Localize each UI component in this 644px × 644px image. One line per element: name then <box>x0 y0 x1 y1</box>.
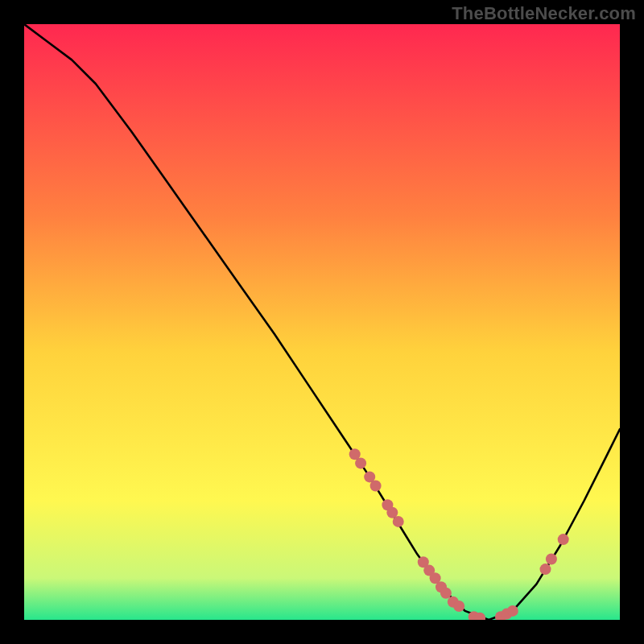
marker-point <box>453 601 464 612</box>
gradient-background <box>24 24 620 620</box>
marker-point <box>393 516 404 527</box>
plot-area <box>24 24 620 620</box>
marker-point <box>546 554 557 565</box>
bottleneck-chart <box>24 24 620 620</box>
marker-point <box>507 605 518 617</box>
marker-point <box>440 588 452 599</box>
marker-point <box>540 564 551 575</box>
marker-point <box>370 481 382 492</box>
marker-point <box>558 534 569 545</box>
watermark-text: TheBottleNecker.com <box>452 3 636 24</box>
marker-point <box>355 457 366 469</box>
chart-frame: TheBottleNecker.com <box>0 0 644 644</box>
